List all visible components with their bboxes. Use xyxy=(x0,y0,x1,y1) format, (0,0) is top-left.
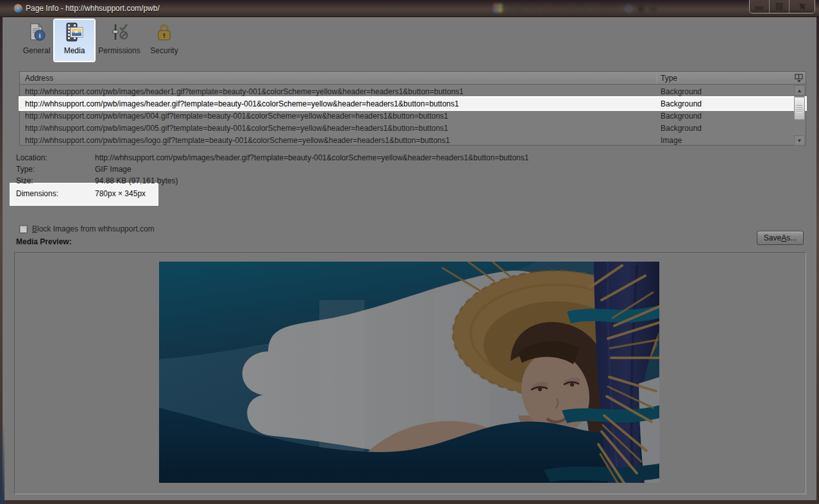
window-title: Page Info - http://whhsupport.com/pwb/ xyxy=(26,4,160,13)
dimensions-value: 780px × 345px xyxy=(95,189,146,198)
media-icon xyxy=(65,22,84,44)
dialog-body: i General xyxy=(3,17,816,500)
table-row-selected[interactable]: http://whhsupport.com/pwb/images/header.… xyxy=(20,97,806,110)
size-label: Size: xyxy=(16,176,33,185)
scroll-up-button[interactable]: ▲ xyxy=(794,85,805,96)
media-type-cell[interactable]: Background xyxy=(661,112,702,121)
save-as-text: s... xyxy=(786,233,797,242)
background-toolbar-icon xyxy=(637,5,645,12)
tab-permissions-label: Permissions xyxy=(98,46,140,55)
background-window-title: page info media internet explorer xyxy=(508,4,620,13)
table-row[interactable]: http://whhsupport.com/pwb/images/004.gif… xyxy=(20,110,806,122)
security-icon xyxy=(155,22,174,44)
media-address-cell[interactable]: http://whhsupport.com/pwb/images/004.gif… xyxy=(25,112,448,121)
save-as-button[interactable]: Save As... xyxy=(757,231,804,245)
background-window: page info media internet explorer xyxy=(489,0,745,17)
close-button[interactable] xyxy=(789,0,815,13)
table-row[interactable]: http://whhsupport.com/pwb/images/header1… xyxy=(20,85,806,97)
tab-permissions[interactable]: Permissions xyxy=(96,20,142,61)
background-menu-icon xyxy=(650,5,657,12)
general-icon: i xyxy=(27,22,46,44)
tab-general[interactable]: i General xyxy=(18,20,55,61)
scroll-down-button[interactable]: ▼ xyxy=(794,135,805,146)
media-preview-image xyxy=(159,262,659,483)
column-header-type[interactable]: Type xyxy=(661,74,677,83)
tab-security-label: Security xyxy=(150,46,178,55)
minimize-button[interactable] xyxy=(750,0,770,13)
magnifier-icon xyxy=(625,5,632,12)
vertical-scrollbar[interactable]: ▲ ▼ xyxy=(794,85,805,146)
media-address-cell[interactable]: http://whhsupport.com/pwb/images/005.gif… xyxy=(25,124,448,133)
media-list-header: Address Type xyxy=(20,72,806,85)
up-arrow-icon: ▲ xyxy=(797,88,802,94)
down-arrow-icon: ▼ xyxy=(797,138,802,144)
media-type-cell[interactable]: Background xyxy=(661,87,702,96)
save-as-text: Save xyxy=(764,233,781,242)
media-list: Address Type http://whhsupport.com/pwb/i… xyxy=(19,71,806,146)
page-info-window: Page Info - http://whhsupport.com/pwb/ p… xyxy=(0,0,819,504)
size-value: 94.88 KB (97,161 bytes) xyxy=(95,176,178,185)
column-header-address[interactable]: Address xyxy=(25,74,53,83)
media-type-cell[interactable]: Background xyxy=(661,99,702,108)
firefox-icon xyxy=(13,3,23,13)
svg-text:i: i xyxy=(38,31,40,39)
block-images-accesskey: B xyxy=(32,224,37,233)
window-frame-corner xyxy=(0,421,4,504)
save-as-accesskey: A xyxy=(781,233,786,242)
media-address-cell[interactable]: http://whhsupport.com/pwb/images/header1… xyxy=(25,87,464,96)
media-preview-panel xyxy=(14,252,806,494)
tab-general-label: General xyxy=(23,46,51,55)
windows-logo-icon xyxy=(494,4,503,13)
tab-security[interactable]: Security xyxy=(144,20,184,61)
media-type-cell[interactable]: Image xyxy=(661,136,682,145)
block-images-label[interactable]: Block Images from whhsupport.com xyxy=(32,224,155,233)
column-picker-icon[interactable] xyxy=(794,73,804,83)
type-label: Type: xyxy=(16,165,35,174)
tab-media-label: Media xyxy=(64,46,85,55)
title-bar[interactable]: Page Info - http://whhsupport.com/pwb/ p… xyxy=(0,0,819,17)
dimensions-label: Dimensions: xyxy=(16,189,58,198)
media-address-cell[interactable]: http://whhsupport.com/pwb/images/header.… xyxy=(25,99,459,108)
location-label: Location: xyxy=(16,153,47,162)
block-images-text: lock Images from whhsupport.com xyxy=(37,224,155,233)
permissions-icon xyxy=(110,22,129,44)
type-value: GIF Image xyxy=(95,165,131,174)
block-images-checkbox[interactable] xyxy=(19,225,28,233)
scrollbar-thumb[interactable] xyxy=(794,97,805,120)
location-value: http://whhsupport.com/pwb/images/header.… xyxy=(95,153,528,162)
tab-media[interactable]: Media xyxy=(55,20,94,61)
media-type-cell[interactable]: Background xyxy=(661,124,702,133)
media-preview-label: Media Preview: xyxy=(16,237,72,246)
table-row[interactable]: http://whhsupport.com/pwb/images/logo.gi… xyxy=(20,134,806,146)
table-row[interactable]: http://whhsupport.com/pwb/images/005.gif… xyxy=(20,122,806,134)
media-address-cell[interactable]: http://whhsupport.com/pwb/images/logo.gi… xyxy=(25,136,450,145)
column-divider[interactable] xyxy=(657,73,657,83)
window-controls xyxy=(749,0,815,13)
restore-button[interactable] xyxy=(770,0,789,13)
